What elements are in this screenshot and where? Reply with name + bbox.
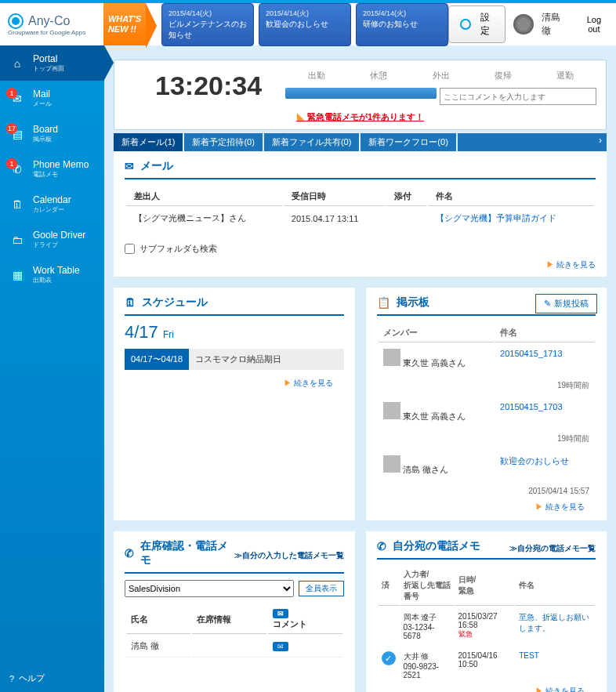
phone-small-icon: ✆ xyxy=(125,547,134,560)
subfolder-search: サブフォルダも検索 xyxy=(114,238,607,259)
avatar[interactable] xyxy=(513,14,534,34)
content-tabs: 新着メール(1) 新着予定招待(0) 新着ファイル共有(0) 新着ワークフロー(… xyxy=(114,133,607,151)
phone-icon: 1✆ xyxy=(9,161,25,177)
main-content: 13:20:34 出勤 休憩 外出 復帰 退勤 xyxy=(104,45,616,692)
urgent-memo-alert[interactable]: ◣ 緊急電話メモが1件あります！ xyxy=(124,105,596,123)
my-phone-memo-link[interactable]: ≫自分宛の電話メモ一覧 xyxy=(509,543,596,554)
news-cards: 2015/4/14(火) ビルメンテナンスのお知らせ 2015/4/14(火) … xyxy=(161,3,448,46)
board-row[interactable]: 清島 徹さん歓迎会のおしらせ xyxy=(379,451,595,480)
mail-chip-icon[interactable]: ✉ xyxy=(273,642,288,651)
clipboard-icon: 📋 xyxy=(377,296,390,309)
news-card-1[interactable]: 2015/4/14(火) 歓迎会のおしらせ xyxy=(259,3,351,46)
calendar-small-icon: 🗓 xyxy=(125,296,136,309)
mail-icon: 1✉ xyxy=(9,91,25,107)
new-post-button[interactable]: ✎新規投稿 xyxy=(535,294,597,313)
punch-taikin[interactable]: 退勤 xyxy=(550,67,580,85)
sidebar-item-worktable[interactable]: ▦ Work Table出勤表 xyxy=(0,257,104,292)
member-avatar xyxy=(383,349,400,366)
my-input-memo-link[interactable]: ≫自分の入力した電話メモ一覧 xyxy=(234,550,344,561)
settings-button[interactable]: 設定 xyxy=(448,5,505,43)
schedule-more-link[interactable]: ▶ 続きを見る xyxy=(125,378,344,389)
tabs-scroll-right[interactable] xyxy=(458,133,607,151)
tab-new-workflow[interactable]: 新着ワークフロー(0) xyxy=(361,133,455,151)
punch-fukki[interactable]: 復帰 xyxy=(488,67,518,85)
mail-chip-icon: ✉ xyxy=(273,609,288,618)
mail-row[interactable]: 【シグマ光機ニュース】さん 2015.04.17 13:11 【シグマ光機】予算… xyxy=(126,208,594,229)
news-card-0[interactable]: 2015/4/14(火) ビルメンテナンスのお知らせ xyxy=(161,3,254,46)
envelope-icon: ✉ xyxy=(125,160,134,172)
clock-card: 13:20:34 出勤 休憩 外出 復帰 退勤 xyxy=(114,60,607,130)
phonememo-panel: ✆自分宛の電話メモ ≫自分宛の電話メモ一覧 済 入力者/ 折返し先電話番号 日時… xyxy=(366,531,607,692)
news-card-2[interactable]: 2015/4/14(火) 研修のお知らせ xyxy=(356,3,448,46)
help-icon: ? xyxy=(9,674,14,683)
schedule-panel: 🗓スケジュール 4/17 Fri 04/17〜04/18 コスモマクロ納品期日 … xyxy=(114,288,355,520)
board-row[interactable]: 東久世 高義さん20150415_1713 xyxy=(379,344,595,374)
clock-time: 13:20:34 xyxy=(124,71,262,101)
logo-text: Any-Co xyxy=(28,14,70,28)
mail-more-link[interactable]: ▶ 続きを見る xyxy=(114,259,607,277)
gear-icon xyxy=(460,19,471,30)
phonememo-row[interactable]: 岡本 遼子03-1234-5678 2015/03/27 16:58緊急 至急、… xyxy=(379,607,595,645)
help-link[interactable]: ? ヘルプ xyxy=(0,665,104,692)
table-icon: ▦ xyxy=(9,267,25,283)
sidebar-item-phonememo[interactable]: 1✆ Phone Memo電話メモ xyxy=(0,151,104,187)
user-name: 清島 徹 xyxy=(542,11,572,38)
presence-panel: ✆在席確認・電話メモ ≫自分の入力した電話メモ一覧 SalesDivision … xyxy=(114,531,355,692)
member-avatar xyxy=(383,402,400,419)
calendar-icon: 🗓 xyxy=(9,197,25,212)
logo-icon xyxy=(8,13,24,29)
phonememo-more-link[interactable]: ▶ 続きを見る xyxy=(377,686,596,692)
punch-progress xyxy=(285,88,437,99)
whats-new-badge: WHAT'S NEW !! xyxy=(103,3,146,45)
logo-area: Any-Co Groupware for Google Apps xyxy=(0,13,103,36)
phone-small-icon: ✆ xyxy=(377,540,386,553)
tab-new-file[interactable]: 新着ファイル共有(0) xyxy=(264,133,359,151)
comment-input[interactable] xyxy=(440,88,596,105)
pencil-icon: ✎ xyxy=(544,299,551,309)
home-icon: ⌂ xyxy=(9,56,25,71)
punch-kyukei[interactable]: 休憩 xyxy=(364,67,393,85)
sidebar-item-calendar[interactable]: 🗓 Calendarカレンダー xyxy=(0,187,104,222)
presence-row[interactable]: 清島 徹 ✉ xyxy=(126,636,342,658)
sidebar-item-drive[interactable]: 🗀 Goole Driverドライブ xyxy=(0,222,104,257)
tab-new-mail[interactable]: 新着メール(1) xyxy=(114,133,183,151)
punch-shukkin[interactable]: 出勤 xyxy=(302,67,332,85)
mail-panel: ✉メール 差出人 受信日時 添付 件名 【シグマ光機ニュース】さん 2015.0… xyxy=(114,151,607,238)
subfolder-checkbox[interactable] xyxy=(125,244,135,254)
show-all-button[interactable]: 全員表示 xyxy=(299,581,344,596)
board-more-link[interactable]: ▶ 続きを見る xyxy=(377,502,596,513)
division-select[interactable]: SalesDivision xyxy=(125,580,294,597)
schedule-item[interactable]: 04/17〜04/18 コスモマクロ納品期日 xyxy=(125,349,344,370)
punch-tabs: 出勤 休憩 外出 復帰 退勤 xyxy=(285,67,596,85)
logo-subtext: Groupware for Google Apps xyxy=(8,29,96,36)
folder-icon: 🗀 xyxy=(9,232,25,248)
sidebar-item-board[interactable]: 17▤ Board掲示板 xyxy=(0,116,104,151)
board-icon: 17▤ xyxy=(9,126,25,142)
board-panel: 📋掲示板 ✎新規投稿 メンバー件名 東久世 高義さん20150415_1713 … xyxy=(366,288,607,520)
board-row[interactable]: 東久世 高義さん20150415_1703 xyxy=(379,397,595,427)
phonememo-row[interactable]: ✓ 大井 修090-9823-2521 2015/04/16 10:50 TES… xyxy=(379,647,595,684)
tab-new-schedule[interactable]: 新着予定招待(0) xyxy=(184,133,262,151)
sidebar: ⌂ Portalトップ画面 1✉ Mailメール 17▤ Board掲示板 1✆… xyxy=(0,45,104,692)
logout-button[interactable]: Log out xyxy=(580,15,608,34)
check-icon[interactable]: ✓ xyxy=(382,651,396,665)
topbar: Any-Co Groupware for Google Apps WHAT'S … xyxy=(0,0,616,45)
schedule-date: 4/17 Fri xyxy=(125,322,344,342)
punch-gaishutsu[interactable]: 外出 xyxy=(426,67,456,85)
sidebar-item-mail[interactable]: 1✉ Mailメール xyxy=(0,81,104,116)
sidebar-item-portal[interactable]: ⌂ Portalトップ画面 xyxy=(0,45,104,81)
member-avatar xyxy=(383,455,400,473)
